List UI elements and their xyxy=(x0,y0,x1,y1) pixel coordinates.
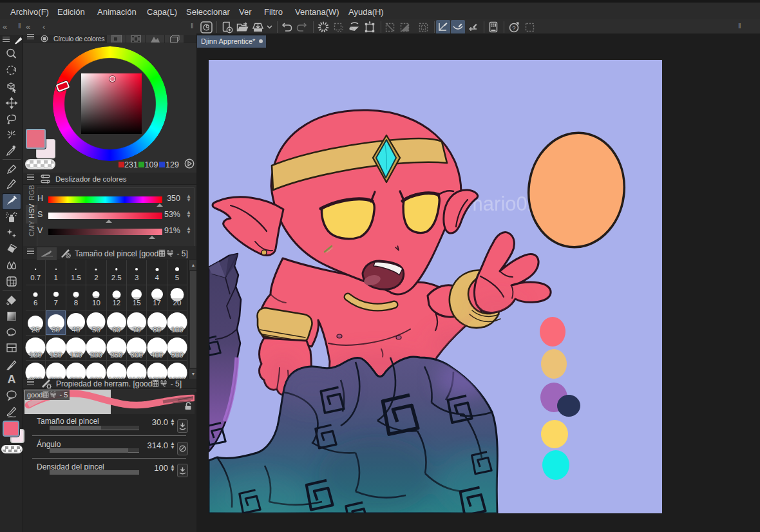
svg-text:?: ? xyxy=(512,24,515,32)
